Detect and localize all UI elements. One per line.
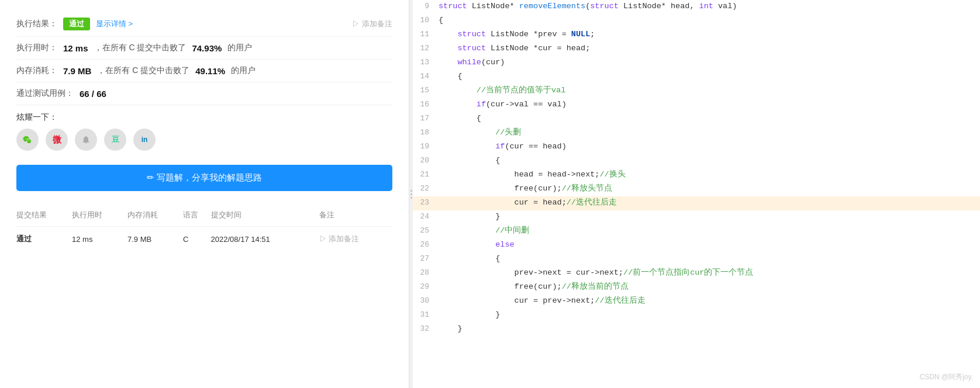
- notification-icon[interactable]: [75, 129, 97, 151]
- divider-dot-1: [410, 190, 412, 192]
- douban-icon[interactable]: 豆: [104, 129, 126, 151]
- code-line: 10{: [413, 14, 980, 28]
- code-line: 22 free(cur);//释放头节点: [413, 182, 980, 196]
- add-note-small-btn[interactable]: ▷ 添加备注: [319, 234, 392, 244]
- line-content: {: [439, 112, 980, 125]
- line-content: else: [439, 238, 980, 251]
- line-content: }: [439, 210, 980, 223]
- write-solution-button[interactable]: ✏ 写题解，分享我的解题思路: [16, 165, 392, 191]
- line-number: 29: [413, 280, 439, 293]
- td-time: 12 ms: [72, 227, 127, 248]
- line-content: prev->next = cur->next;//前一个节点指向cur的下一个节…: [439, 266, 980, 279]
- table-row: 通过 12 ms 7.9 MB C 2022/08/17 14:51 ▷ 添加备…: [16, 227, 392, 248]
- line-content: //头删: [439, 126, 980, 139]
- line-number: 9: [413, 0, 439, 13]
- test-cases-row: 通过测试用例： 66 / 66: [16, 82, 392, 105]
- line-number: 30: [413, 295, 439, 307]
- code-line: 23 cur = head;//迭代往后走: [413, 196, 980, 210]
- line-number: 26: [413, 238, 439, 251]
- line-content: if(cur == head): [439, 140, 980, 153]
- line-number: 12: [413, 42, 439, 55]
- exec-time-value: 12 ms: [63, 43, 88, 53]
- code-line: 18 //头删: [413, 126, 980, 140]
- line-content: while(cur): [439, 56, 980, 69]
- line-number: 17: [413, 112, 439, 125]
- code-line: 9struct ListNode* removeElements(struct …: [413, 0, 980, 14]
- line-number: 27: [413, 252, 439, 265]
- th-submit-time: 提交时间: [211, 206, 319, 227]
- weibo-icon[interactable]: 微: [46, 129, 68, 151]
- exec-time-suffix1: ，在所有 C 提交中击败了: [94, 43, 187, 53]
- line-content: struct ListNode *cur = head;: [439, 42, 980, 55]
- line-content: //当前节点的值等于val: [439, 84, 980, 97]
- code-line: 24 }: [413, 210, 980, 224]
- test-cases-label: 通过测试用例：: [16, 88, 74, 99]
- code-line: 16 if(cur->val == val): [413, 98, 980, 112]
- wechat-icon[interactable]: [16, 129, 39, 151]
- td-note[interactable]: ▷ 添加备注: [319, 227, 392, 248]
- line-content: cur = prev->next;//迭代往后走: [439, 295, 980, 307]
- test-cases-value: 66 / 66: [80, 89, 106, 99]
- code-line: 17 {: [413, 112, 980, 126]
- add-note-button[interactable]: ▷ 添加备注: [352, 19, 392, 29]
- line-number: 25: [413, 224, 439, 237]
- divider-dot-2: [410, 193, 412, 195]
- code-line: 11 struct ListNode *prev = NULL;: [413, 28, 980, 42]
- code-line: 19 if(cur == head): [413, 140, 980, 154]
- line-number: 21: [413, 168, 439, 181]
- table-header-row: 提交结果 执行用时 内存消耗 语言 提交时间 备注: [16, 206, 392, 227]
- line-content: //中间删: [439, 224, 980, 237]
- submission-table: 提交结果 执行用时 内存消耗 语言 提交时间 备注 通过 12 ms 7.9 M…: [16, 206, 392, 248]
- code-editor[interactable]: 9struct ListNode* removeElements(struct …: [413, 0, 980, 388]
- result-row: 执行结果： 通过 显示详情 > ▷ 添加备注: [16, 12, 392, 37]
- code-line: 12 struct ListNode *cur = head;: [413, 42, 980, 56]
- code-line: 26 else: [413, 238, 980, 252]
- line-content: struct ListNode* removeElements(struct L…: [439, 0, 980, 13]
- code-line: 25 //中间删: [413, 224, 980, 238]
- exec-time-label: 执行用时：: [16, 43, 57, 53]
- line-content: if(cur->val == val): [439, 98, 980, 111]
- pass-badge: 通过: [63, 18, 90, 30]
- line-content: {: [439, 252, 980, 265]
- show-off-section: 炫耀一下： 微 豆 in: [16, 105, 392, 154]
- line-number: 20: [413, 154, 439, 167]
- line-number: 13: [413, 56, 439, 69]
- watermark: CSDN @阿秀joy.: [920, 372, 973, 382]
- social-icons-row: 微 豆 in: [16, 129, 392, 151]
- code-line: 13 while(cur): [413, 56, 980, 70]
- line-number: 11: [413, 28, 439, 41]
- td-result: 通过: [16, 227, 72, 248]
- line-content: {: [439, 70, 980, 83]
- th-time: 执行用时: [72, 206, 127, 227]
- exec-time-percent: 74.93%: [192, 43, 222, 53]
- line-content: struct ListNode *prev = NULL;: [439, 28, 980, 41]
- code-line: 31 }: [413, 309, 980, 323]
- exec-time-row: 执行用时： 12 ms ，在所有 C 提交中击败了 74.93% 的用户: [16, 37, 392, 60]
- submission-section: 提交结果 执行用时 内存消耗 语言 提交时间 备注 通过 12 ms 7.9 M…: [16, 204, 392, 248]
- memory-percent: 49.11%: [195, 66, 225, 76]
- code-line: 28 prev->next = cur->next;//前一个节点指向cur的下…: [413, 266, 980, 280]
- line-number: 14: [413, 70, 439, 83]
- linkedin-icon[interactable]: in: [133, 129, 156, 151]
- code-line: 30 cur = prev->next;//迭代往后走: [413, 295, 980, 309]
- right-panel: 9struct ListNode* removeElements(struct …: [413, 0, 980, 388]
- line-number: 31: [413, 309, 439, 321]
- line-number: 28: [413, 266, 439, 279]
- show-details-link[interactable]: 显示详情 >: [96, 19, 133, 29]
- code-line: 15 //当前节点的值等于val: [413, 84, 980, 98]
- line-content: {: [439, 154, 980, 167]
- code-line: 14 {: [413, 70, 980, 84]
- line-number: 24: [413, 210, 439, 223]
- td-lang: C: [183, 227, 211, 248]
- line-number: 16: [413, 98, 439, 111]
- td-memory: 7.9 MB: [127, 227, 183, 248]
- line-number: 10: [413, 14, 439, 27]
- line-content: head = head->next;//换头: [439, 168, 980, 181]
- line-content: }: [439, 323, 980, 335]
- line-content: {: [439, 14, 980, 27]
- memory-row: 内存消耗： 7.9 MB ，在所有 C 提交中击败了 49.11% 的用户: [16, 60, 392, 82]
- line-content: free(cur);//释放当前的节点: [439, 280, 980, 293]
- code-line: 32 }: [413, 323, 980, 337]
- line-number: 32: [413, 323, 439, 335]
- memory-suffix2: 的用户: [231, 65, 256, 76]
